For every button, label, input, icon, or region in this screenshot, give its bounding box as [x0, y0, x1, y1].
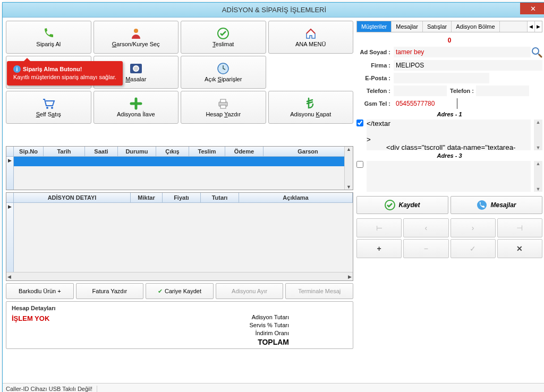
label-gsm: Gsm Tel : [356, 100, 390, 107]
label-adres3: Adres - 3 [356, 152, 542, 159]
customer-form: 0 Ad Soyad : Firma : E-Posta : [356, 35, 542, 380]
clock-icon [217, 62, 230, 75]
check-small-icon: ✔ [158, 288, 163, 294]
hesap-panel: Hesap Detayları İŞLEM YOK Adisyon Tutarı… [6, 301, 353, 349]
adsoyad-input[interactable] [394, 47, 531, 57]
window-title: ADİSYON & SİPARİŞ İŞLEMLERİ [222, 6, 326, 14]
save-check-icon [385, 200, 395, 210]
svg-point-8 [46, 107, 48, 109]
telefon2-input[interactable] [476, 86, 529, 96]
svg-point-9 [51, 107, 53, 109]
label-eposta: E-Posta : [356, 75, 390, 81]
nav-cancel-button[interactable]: ✕ [497, 239, 542, 258]
customer-counter: 0 [356, 37, 542, 44]
mesajlar-button[interactable]: Mesajlar [450, 196, 542, 214]
tabs-prev-icon[interactable]: ◀ [527, 21, 534, 32]
info-icon: i [13, 65, 21, 73]
right-tabs: Müşteriler Mesajlar Satışlar Adisyon Böl… [356, 21, 542, 32]
cariye-button[interactable]: ✔Cariye Kaydet [146, 283, 214, 299]
label-adres1: Adres - 1 [356, 111, 542, 117]
phone-blue-icon [477, 200, 487, 210]
garson-button[interactable]: Garson/Kurye Seç [94, 21, 179, 54]
barkodlu-button[interactable]: Barkodlu Ürün + [6, 283, 74, 299]
tab-satislar[interactable]: Satışlar [423, 21, 452, 32]
adisyonu-ayir-button[interactable]: Adisyonu Ayır [216, 283, 284, 299]
hesap-status: İŞLEM YOK [12, 314, 347, 322]
nav-remove-button[interactable]: − [403, 239, 448, 258]
label-adsoyad: Ad Soyad : [356, 49, 390, 55]
acik-siparisler-button[interactable]: Açık Siparişler [181, 56, 266, 89]
nav-next-button[interactable]: › [450, 218, 496, 237]
textarea-scroll[interactable]: ▲▼ [534, 120, 542, 150]
ana-menu-button[interactable]: ANA MENÜ [268, 21, 354, 54]
tab-adisyon-bolme[interactable]: Adisyon Bölme [452, 21, 499, 32]
adres1-textarea[interactable]: </textar > <div class="tscroll" data-nam… [367, 120, 531, 150]
textarea-scroll[interactable]: ▲▼ [534, 161, 542, 192]
orders-grid-body[interactable]: ▶ [6, 157, 353, 190]
orders-grid-header: Sip.No Tarih Saati Durumu Çıkış Teslim Ö… [6, 147, 353, 157]
siparis-al-button[interactable]: Sipariş Al [6, 21, 91, 54]
self-satis-button[interactable]: Self Satış [6, 91, 91, 124]
check-icon [217, 27, 230, 40]
phone-icon [42, 27, 55, 40]
grid-vscroll[interactable]: ▲▼ [344, 147, 353, 190]
fatura-button[interactable]: Fatura Yazdır [76, 283, 144, 299]
app-window: ADİSYON & SİPARİŞ İŞLEMLERİ ✕ Sipariş Al… [2, 2, 544, 392]
row-indicator-icon: ▶ [6, 203, 14, 272]
nav-confirm-button[interactable]: ✓ [450, 239, 496, 258]
bottom-button-row: Barkodlu Ürün + Fatura Yazdır ✔Cariye Ka… [6, 283, 353, 299]
adres1-checkbox[interactable] [356, 120, 363, 126]
tabs-next-icon[interactable]: ▶ [534, 21, 542, 32]
svg-point-15 [477, 200, 487, 210]
tab-musteriler[interactable]: Müşteriler [357, 21, 392, 32]
left-pane: Sipariş Al Garson/Kurye Seç Teslimat [6, 21, 353, 380]
firma-input[interactable] [394, 60, 542, 71]
printer-icon [217, 97, 230, 110]
svg-rect-12 [220, 105, 226, 108]
plus-icon [130, 97, 142, 110]
label-telefon: Telefon : [356, 88, 390, 94]
adisyonu-kapat-button[interactable]: Adisyonu Kapat [268, 91, 354, 124]
nav-add-button[interactable]: + [356, 239, 402, 258]
selected-row[interactable] [14, 157, 353, 166]
detail-grid[interactable]: ADİSYON DETAYI Miktar Fiyatı Tutarı Açık… [6, 192, 353, 281]
label-telefon2: Telefon : [450, 88, 474, 94]
terminale-button[interactable]: Terminale Mesaj [285, 283, 353, 299]
hesap-title: Hesap Detayları [12, 305, 347, 311]
telefon-input[interactable] [394, 86, 447, 96]
label-firma: Firma : [356, 62, 390, 69]
title-bar: ADİSYON & SİPARİŞ İŞLEMLERİ ✕ [3, 3, 544, 18]
content-area: Sipariş Al Garson/Kurye Seç Teslimat [3, 18, 544, 383]
tab-mesajlar[interactable]: Mesajlar [392, 21, 423, 32]
save-row: Kaydet Mesajlar [356, 196, 542, 214]
orders-grid[interactable]: Sip.No Tarih Saati Durumu Çıkış Teslim Ö… [6, 146, 353, 190]
eposta-input[interactable] [394, 73, 489, 83]
adres3-checkbox[interactable] [356, 161, 363, 168]
kaydet-button[interactable]: Kaydet [356, 196, 448, 214]
close-button[interactable]: ✕ [520, 3, 544, 14]
gsm-input[interactable] [394, 98, 457, 109]
hesap-totals: Adisyon Tutarı Servis % Tutarı İndirim O… [249, 313, 289, 347]
status-text: Caller-ID Cihazı USB Takılı Değil! [6, 386, 97, 392]
teslimat-button[interactable]: Teslimat [181, 21, 266, 54]
adres3-textarea[interactable] [367, 161, 531, 192]
nav-prev-button[interactable]: ‹ [403, 218, 448, 237]
grid-hscroll[interactable]: ◀▶ [6, 272, 353, 280]
waiter-icon [130, 27, 142, 40]
svg-rect-11 [220, 99, 226, 103]
status-bar: Caller-ID Cihazı USB Takılı Değil! [3, 383, 544, 392]
cart-icon [41, 97, 55, 110]
row-indicator-icon: ▶ [6, 157, 14, 190]
tooltip-balloon: iSipariş Alma Butonu! Kayıtlı müşteriden… [7, 61, 123, 86]
nav-last-button[interactable]: ⊣ [497, 218, 542, 237]
svg-point-13 [532, 48, 539, 54]
svg-point-0 [134, 29, 138, 33]
search-icon[interactable] [531, 46, 542, 58]
nav-first-button[interactable]: ⊢ [356, 218, 402, 237]
right-pane: Müşteriler Mesajlar Satışlar Adisyon Böl… [356, 21, 542, 380]
adisyona-ilave-button[interactable]: Adisyona İlave [94, 91, 179, 124]
home-icon [304, 27, 317, 40]
detail-grid-body[interactable]: ▶ [6, 203, 353, 272]
hesap-yazdir-button[interactable]: Hesap Yazdır [181, 91, 266, 124]
record-navpad: ⊢ ‹ › ⊣ + − ✓ ✕ [356, 218, 542, 258]
